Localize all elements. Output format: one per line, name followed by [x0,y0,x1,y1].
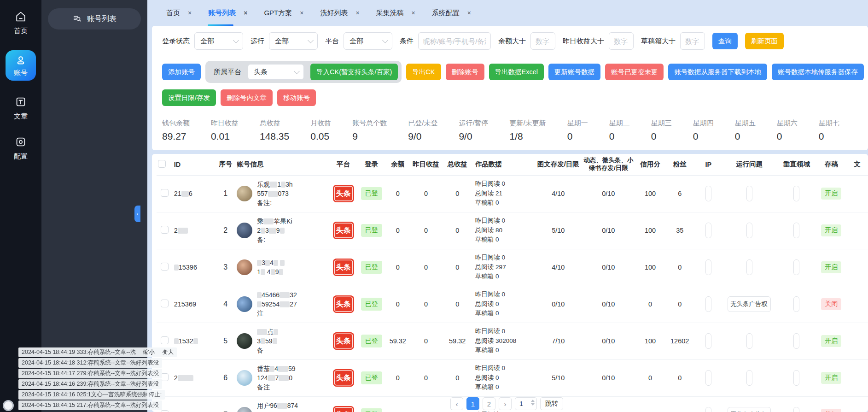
jump-button[interactable]: 跳转 [540,397,563,410]
move-account-button[interactable]: 移动账号 [277,89,316,106]
delete-account-button[interactable]: 删除账号 [446,64,484,80]
close-icon[interactable]: × [300,9,303,17]
owning-platform-select[interactable]: 头条 [248,64,304,80]
update-account-data-button[interactable]: 更新账号数据 [548,64,600,80]
assistant-button[interactable] [3,400,14,411]
header-checkbox-cell [157,154,173,175]
balance-gt-label: 余额大于 [498,37,526,46]
login-status-select[interactable]: 全部 [194,32,243,50]
draft-gt-input[interactable] [680,32,705,50]
set-limit-button[interactable]: 设置日限/存发 [162,89,216,106]
account-name-lines: 番茄45912470备注 [257,364,295,392]
stat-value: 1/8 [510,131,546,142]
condition-input[interactable] [418,32,491,50]
issue-box: 无头条广告权 [728,296,771,312]
tab-账号列表[interactable]: 账号列表× [201,0,254,26]
upload-to-server-button[interactable]: 账号数据本地传服务器保存 [772,64,864,80]
sidebar-item-配置[interactable]: 配置 [14,135,28,161]
row-checkbox[interactable] [161,263,169,271]
stepper-icons[interactable] [531,400,535,406]
cell-works: 昨日阅读 0总阅读 21草稿箱 0 [474,175,536,212]
tab-GPT方案[interactable]: GPT方案× [257,0,310,26]
log-text: 2024-04-15 18:44:15 217:存稿系统--文章--洗好列表没 [22,402,159,408]
cell-draft: 开启 [816,175,846,212]
import-ck-button[interactable]: 导入CK(暂支持头条/百家) [310,64,398,80]
issue-box: 无头条广告权 [728,407,771,412]
page-button-1[interactable]: 1 [466,397,479,410]
refresh-page-button[interactable]: 刷新页面 [745,33,784,49]
add-account-button[interactable]: 添加账号 [162,64,201,80]
cell-account-info: 45466325925427注 [235,286,328,323]
column-header-credit: 信用分 [636,154,664,175]
collapse-handle[interactable]: ‹ [134,206,140,222]
cell-balance: 0 [384,212,411,249]
panel-search[interactable]: 账号列表 [48,8,141,29]
cell-ip [695,249,722,286]
cell-domain [777,249,816,286]
grow-button[interactable]: 变大 [162,349,174,355]
cell-draft: 开启 [816,323,846,359]
prev-page-button[interactable]: ‹ [450,397,463,410]
download-to-local-button[interactable]: 账号数据从服务器下载到本地 [668,64,767,80]
table-row: 15325点359备头条已登59.32059.32昨日阅读 0总阅读 30200… [157,323,868,359]
yesterday-gt-input[interactable] [609,32,634,50]
cell-works: 昨日阅读 0总阅读 302008草稿箱 0 [474,323,536,359]
page-button-2[interactable]: 2 [483,397,495,410]
stat-value: 0.05 [310,131,331,142]
jump-page-input[interactable]: 1 [515,397,537,410]
select-all-checkbox[interactable] [158,160,166,168]
close-icon[interactable]: × [412,9,415,17]
stat-星期二: 星期二0 [609,119,630,142]
cell-total: 0 [441,212,474,249]
row-checkbox[interactable] [161,189,169,197]
ip-box [705,333,711,349]
close-icon[interactable]: × [188,9,192,17]
stat-value: 0.01 [211,131,239,142]
cell-id: 2 [173,359,216,396]
cell-issue: 无头条广告权 [722,396,777,412]
sidebar-item-文章[interactable]: 文章 [14,95,28,121]
close-icon[interactable]: × [355,9,359,17]
run-value: 全部 [275,37,289,46]
run-select[interactable]: 全部 [269,32,318,50]
cell-fans: 12602 [664,323,695,359]
cell-checkbox [157,286,173,323]
row-checkbox[interactable] [161,226,169,234]
cell-yesterday: 0 [411,359,441,396]
stat-label: 星期七 [819,119,839,128]
tab-采集洗稿[interactable]: 采集洗稿× [369,0,422,26]
cell-extra [846,286,868,323]
export-ck-button[interactable]: 导出CK [406,64,441,80]
search-button[interactable]: 查询 [712,33,738,49]
sidebar-item-账号[interactable]: 账号 [6,50,36,81]
next-page-button[interactable]: › [499,397,512,410]
close-icon[interactable]: × [467,9,471,17]
tab-洗好列表[interactable]: 洗好列表× [313,0,366,26]
cell-domain [777,323,816,359]
cell-ip [695,359,722,396]
balance-gt-input[interactable] [530,32,555,50]
column-header-ip: IP [695,154,722,175]
cell-id: 2 [173,212,216,249]
platform-select[interactable]: 全部 [344,32,392,50]
delete-articles-button[interactable]: 删除号内文章 [221,89,273,106]
settings-icon [14,135,27,148]
cell-pics-limit: 4/10 [536,175,581,212]
close-icon[interactable]: × [244,9,247,17]
export-excel-button[interactable]: 导出数据Excel [489,64,544,80]
cell-account-info: 番茄45912470备注 [235,359,328,396]
cell-domain [777,396,816,412]
avatar [237,370,252,386]
tab-系统配置[interactable]: 系统配置× [425,0,478,26]
row-checkbox[interactable] [161,410,169,412]
avatar [237,186,252,201]
cell-domain [777,175,816,212]
sidebar-item-首页[interactable]: 首页 [14,10,28,35]
shrink-button[interactable]: 缩小 [143,349,155,355]
row-checkbox[interactable] [161,300,169,307]
changed-not-updated-button[interactable]: 账号已更变未更 [605,64,664,80]
stat-昨日收益: 昨日收益0.01 [211,119,239,142]
row-checkbox[interactable] [161,336,169,344]
tab-首页[interactable]: 首页× [159,0,198,26]
cell-fans: 0 [664,359,695,396]
